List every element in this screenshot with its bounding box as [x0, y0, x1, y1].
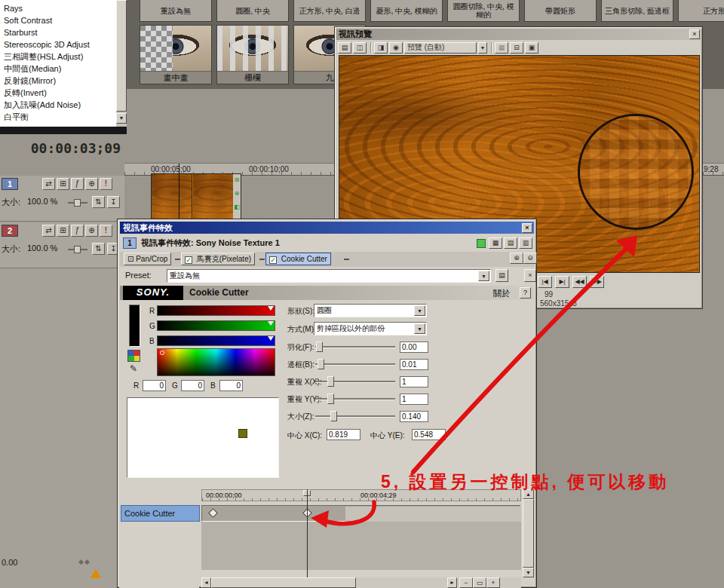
track-mute-icon[interactable]: ⊕: [85, 178, 98, 190]
time-display[interactable]: 00:00:03;09: [0, 140, 121, 158]
effects-list-item[interactable]: 白平衡: [2, 111, 115, 123]
keyframe-playhead-line[interactable]: [307, 489, 308, 577]
track-size-slider[interactable]: [68, 249, 87, 250]
about-link[interactable]: 關於: [493, 288, 510, 299]
hue-saturation-box[interactable]: [157, 348, 275, 376]
scroll-down-icon[interactable]: ▼: [116, 113, 127, 124]
track-fx-icon[interactable]: ƒ: [71, 178, 84, 190]
effects-list-item[interactable]: 加入訊噪(Add Noise): [2, 99, 115, 111]
preset-thumbnail[interactable]: 柵欄: [216, 25, 289, 84]
zoom-out-icon[interactable]: −: [459, 577, 473, 588]
border-slider[interactable]: [315, 358, 395, 370]
preset-button[interactable]: 正方形, 中央, 白邊: [293, 0, 366, 22]
keyframe-horizontal-scrollbar[interactable]: ◄ ► − ▭ +: [201, 577, 521, 588]
event-crop-icon[interactable]: ◧: [233, 203, 241, 212]
eyedropper-icon[interactable]: ✎: [130, 363, 137, 374]
track-bypass-icon[interactable]: ⊞: [57, 225, 69, 237]
shape-combobox[interactable]: 圓圈 ▼: [314, 304, 427, 317]
track-motion-icon[interactable]: ⇄: [42, 225, 55, 237]
track-mute-icon[interactable]: ⊕: [85, 225, 98, 237]
fx-enabled-indicator[interactable]: [477, 239, 486, 248]
pixelate-checkbox[interactable]: ✓: [185, 256, 192, 264]
preset-button[interactable]: 正方形: [678, 0, 724, 22]
external-monitor-icon[interactable]: ◫: [353, 42, 367, 54]
zoom-fit-icon[interactable]: ▭: [473, 577, 486, 588]
video-output-dropdown-icon[interactable]: ◨: [374, 42, 388, 54]
center-y-value-field[interactable]: 0.548: [412, 429, 446, 440]
red-channel-slider[interactable]: [157, 305, 275, 316]
effects-list-item[interactable]: 反射鏡(Mirror): [2, 75, 115, 87]
effects-list-item[interactable]: Rays: [2, 2, 115, 14]
keyframe-diamonds-icon[interactable]: ◆◆: [78, 558, 90, 565]
track-bypass-icon[interactable]: ⊞: [57, 178, 69, 190]
slider-marker-icon[interactable]: [268, 336, 274, 341]
slider-marker-icon[interactable]: [268, 321, 274, 326]
track-alert-icon[interactable]: !: [100, 225, 112, 237]
scroll-left-icon[interactable]: ◄: [201, 577, 211, 588]
slider-thumb[interactable]: [327, 376, 334, 387]
repeat-y-slider[interactable]: [315, 393, 395, 405]
track-2-number-badge[interactable]: 2: [2, 225, 18, 237]
track-motion-icon[interactable]: ⇄: [42, 178, 55, 190]
spinner-updown-icon[interactable]: ⇅: [92, 196, 105, 208]
add-plugin-icon[interactable]: ⊕: [510, 253, 523, 264]
effects-list-item[interactable]: 反轉(Invert): [2, 87, 115, 99]
project-properties-icon[interactable]: ▤: [338, 42, 351, 54]
effects-list-item[interactable]: 中間值(Median): [2, 63, 115, 75]
layout-rows-icon[interactable]: ▤: [504, 237, 517, 249]
anchor-down-icon[interactable]: ↧: [107, 196, 120, 208]
track-fx-icon[interactable]: ƒ: [71, 225, 84, 237]
scrollbar-thumb[interactable]: [523, 499, 534, 568]
feather-slider[interactable]: [315, 341, 395, 353]
fx-dialog-title-bar[interactable]: 視訊事件特效 ×: [120, 222, 534, 234]
scroll-right-icon[interactable]: ►: [447, 577, 457, 588]
delete-preset-icon[interactable]: ×: [524, 269, 536, 282]
remove-plugin-icon[interactable]: ⊖: [523, 253, 537, 264]
center-x-value-field[interactable]: 0.819: [327, 429, 360, 440]
effects-list-scrollbar[interactable]: ▼: [116, 0, 127, 127]
transport-prev-frame-button[interactable]: |◀: [538, 276, 552, 288]
color-picker-marker-icon[interactable]: [160, 351, 164, 355]
slider-thumb[interactable]: [318, 359, 324, 369]
track-alert-icon[interactable]: !: [100, 178, 112, 190]
border-value-field[interactable]: 0.01: [400, 359, 428, 370]
preset-button[interactable]: 菱形, 中央, 模糊的: [370, 0, 443, 22]
save-snapshot-icon[interactable]: ▣: [525, 42, 538, 54]
zoom-in-icon[interactable]: +: [486, 577, 500, 588]
split-screen-dropdown-icon[interactable]: ◉: [389, 42, 403, 54]
green-channel-slider[interactable]: [157, 320, 275, 331]
palette-mode-icon[interactable]: [127, 350, 140, 362]
preset-combobox[interactable]: 重設為無 ▼: [167, 269, 491, 283]
slider-thumb[interactable]: [327, 394, 334, 404]
dropdown-arrow-icon[interactable]: ▼: [414, 305, 425, 316]
grid-overlay-icon[interactable]: ▦: [495, 42, 508, 54]
effects-list-item[interactable]: 三相調整(HSL Adjust): [2, 51, 115, 63]
keyframe-lane[interactable]: [201, 505, 521, 522]
size-slider[interactable]: [315, 410, 395, 422]
slider-thumb[interactable]: [316, 341, 323, 352]
preset-button[interactable]: 圓圈切除, 中央, 模糊的: [447, 0, 520, 22]
effects-list-item[interactable]: Soft Contrast: [2, 14, 115, 26]
pixelate-chain-button[interactable]: ✓ 馬賽克(Pixelate): [181, 253, 255, 265]
transport-forward-button[interactable]: ▶▶: [590, 276, 604, 288]
slider-marker-icon[interactable]: [268, 306, 274, 311]
track-size-slider[interactable]: [68, 202, 87, 204]
spinner-updown-icon[interactable]: ⇅: [92, 243, 105, 255]
timeline-event[interactable]: ⊞ ⊕ ◧: [151, 173, 241, 220]
preset-button[interactable]: 帶圓矩形: [524, 0, 597, 22]
track-size-value[interactable]: 100.0 %: [27, 243, 57, 253]
repeat-x-slider[interactable]: [315, 375, 395, 387]
size-value-field[interactable]: 0.140: [400, 411, 428, 422]
layout-grid-icon[interactable]: ▦: [489, 237, 502, 249]
transport-next-frame-button[interactable]: ▶|: [555, 276, 569, 288]
save-preset-icon[interactable]: ▤: [495, 269, 508, 282]
preset-button[interactable]: 重設為無: [140, 0, 212, 22]
feather-value-field[interactable]: 0.00: [400, 341, 428, 353]
g-value-field[interactable]: 0: [181, 380, 204, 391]
effects-list-item[interactable]: Stereoscopic 3D Adjust: [2, 38, 115, 51]
preset-dropdown-arrow-icon[interactable]: ▼: [478, 271, 489, 281]
pan-crop-chain-button[interactable]: ⊡ Pan/Crop: [124, 253, 171, 265]
repeat-x-value-field[interactable]: 1: [400, 376, 428, 387]
preview-close-icon[interactable]: ×: [689, 29, 700, 39]
cookie-cutter-chain-button[interactable]: ✓ Cookie Cutter: [265, 253, 331, 265]
